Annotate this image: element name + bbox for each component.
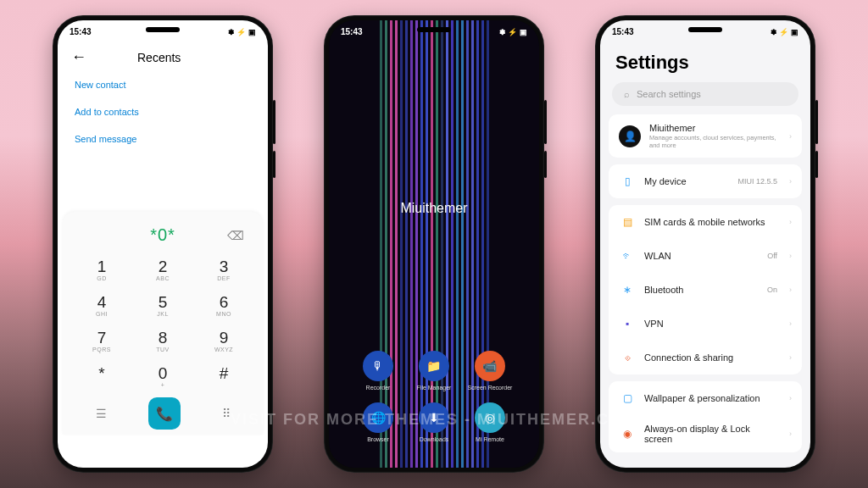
account-sub: Manage accounts, cloud services, payment… xyxy=(649,134,777,149)
app-recorder[interactable]: 🎙Recorder xyxy=(363,351,393,391)
chevron-icon: › xyxy=(789,353,792,362)
search-placeholder: Search settings xyxy=(637,89,701,99)
dialkey-6[interactable]: 6MNO xyxy=(197,289,251,321)
row-icon: ∗ xyxy=(619,281,636,298)
chevron-icon: › xyxy=(789,430,792,438)
settings-row-connection-sharing[interactable]: ⟐Connection & sharing› xyxy=(609,341,802,374)
dialkey-5[interactable]: 5JKL xyxy=(136,289,190,321)
account-row[interactable]: 👤 Miuithemer Manage accounts, cloud serv… xyxy=(609,114,802,158)
chevron-icon: › xyxy=(789,218,792,226)
screen-dialer: 15:43 ✽ ⚡ ▣ ← Recents New contact Add to… xyxy=(58,20,268,468)
status-icons: ✽ ⚡ ▣ xyxy=(771,28,798,36)
status-time: 15:43 xyxy=(70,27,92,36)
row-icon: ᯤ xyxy=(619,247,636,264)
my-device-row[interactable]: ▯ My device MIUI 12.5.5 › xyxy=(609,164,802,198)
row-label: VPN xyxy=(644,319,777,329)
dialkey-2[interactable]: 2ABC xyxy=(136,253,190,286)
app-label: Browser xyxy=(367,436,389,442)
notch xyxy=(417,27,451,32)
settings-row-vpn[interactable]: ▪VPN› xyxy=(609,307,802,341)
notch xyxy=(688,27,722,32)
app-icon: 📹 xyxy=(475,351,505,381)
network-card: ▤SIM cards & mobile networks›ᯤWLANOff›∗B… xyxy=(609,205,802,374)
account-main: Miuithemer Manage accounts, cloud servic… xyxy=(649,123,777,149)
chevron-icon: › xyxy=(789,394,792,402)
row-icon: ▪ xyxy=(619,315,636,332)
chevron-icon: › xyxy=(789,132,792,141)
dialkey-9[interactable]: 9WXYZ xyxy=(197,324,251,357)
dialpad-panel: *0* ⌫ 1GD2ABC3DEF4GHI5JKL6MNO7PQRS8TUV9W… xyxy=(63,212,263,435)
dialkey-4[interactable]: 4GHI xyxy=(75,289,129,321)
account-card: 👤 Miuithemer Manage accounts, cloud serv… xyxy=(609,114,802,158)
page-title: Recents xyxy=(137,51,181,64)
device-card: ▯ My device MIUI 12.5.5 › xyxy=(609,164,802,198)
search-input[interactable]: ⌕ Search settings xyxy=(612,82,798,106)
dialkey-3[interactable]: 3DEF xyxy=(197,253,251,286)
device-icon: ▯ xyxy=(619,173,636,190)
dialkey-*[interactable]: * xyxy=(75,360,129,392)
screen-home: 15:43 ✽ ⚡ ▣ Miuithemer 🎙Recorder📁File Ma… xyxy=(329,20,539,468)
settings-row-bluetooth[interactable]: ∗BluetoothOn› xyxy=(609,273,802,307)
action-links: New contact Add to contacts Send message xyxy=(58,71,268,152)
phone-settings: 15:43 ✽ ⚡ ▣ Settings ⌕ Search settings 👤… xyxy=(595,15,815,473)
avatar-icon: 👤 xyxy=(619,125,641,147)
app-icon: 🎙 xyxy=(363,351,393,381)
search-icon: ⌕ xyxy=(624,89,630,99)
chevron-icon: › xyxy=(789,319,792,328)
app-label: Screen Recorder xyxy=(468,385,513,391)
device-value: MIUI 12.5.5 xyxy=(737,177,777,186)
app-icon: 📁 xyxy=(419,351,449,381)
chevron-icon: › xyxy=(789,177,792,186)
row-icon: ▤ xyxy=(619,214,636,230)
dialkey-1[interactable]: 1GD xyxy=(75,253,129,286)
app-file-manager[interactable]: 📁File Manager xyxy=(417,351,452,391)
row-label: Connection & sharing xyxy=(644,352,777,363)
row-icon: ▢ xyxy=(619,390,636,407)
row-value: Off xyxy=(767,252,777,260)
row-value: On xyxy=(767,286,777,294)
chevron-icon: › xyxy=(789,286,792,294)
phone-dialer: 15:43 ✽ ⚡ ▣ ← Recents New contact Add to… xyxy=(53,15,273,473)
dialkey-#[interactable]: # xyxy=(197,360,251,392)
watermark: VISIT FOR MORE THEMES - MIUITHEMER.COM xyxy=(0,411,868,429)
row-label: SIM cards & mobile networks xyxy=(644,217,777,227)
back-icon[interactable]: ← xyxy=(71,48,86,66)
new-contact-link[interactable]: New contact xyxy=(75,71,251,98)
app-screen-recorder[interactable]: 📹Screen Recorder xyxy=(468,351,513,391)
add-to-contacts-link[interactable]: Add to contacts xyxy=(75,98,251,125)
row-label: Bluetooth xyxy=(644,285,759,295)
notch xyxy=(146,27,180,32)
phone-home: 15:43 ✽ ⚡ ▣ Miuithemer 🎙Recorder📁File Ma… xyxy=(324,15,544,473)
backspace-icon[interactable]: ⌫ xyxy=(227,229,244,242)
app-label: File Manager xyxy=(417,385,452,391)
brand-text: Miuithemer xyxy=(400,201,467,216)
device-label: My device xyxy=(644,176,729,186)
dial-display: *0* ⌫ xyxy=(75,220,251,253)
screen-settings: 15:43 ✽ ⚡ ▣ Settings ⌕ Search settings 👤… xyxy=(600,20,810,468)
dialkey-0[interactable]: 0+ xyxy=(136,360,190,392)
dialkey-8[interactable]: 8TUV xyxy=(136,324,190,357)
app-label: Recorder xyxy=(366,385,391,391)
row-icon: ⟐ xyxy=(619,349,636,366)
dialpad-grid: 1GD2ABC3DEF4GHI5JKL6MNO7PQRS8TUV9WXYZ*0+… xyxy=(75,253,251,392)
status-icons: ✽ ⚡ ▣ xyxy=(228,28,256,36)
app-label: Mi Remote xyxy=(476,436,504,442)
settings-row-wallpaper-personalization[interactable]: ▢Wallpaper & personalization› xyxy=(609,381,802,415)
chevron-icon: › xyxy=(789,252,792,260)
recents-header: ← Recents xyxy=(58,40,268,71)
dialkey-7[interactable]: 7PQRS xyxy=(75,324,129,357)
dialed-number: *0* xyxy=(150,225,175,245)
settings-row-sim-cards-mobile-networks[interactable]: ▤SIM cards & mobile networks› xyxy=(609,205,802,239)
row-label: Wallpaper & personalization xyxy=(644,393,777,403)
row-label: WLAN xyxy=(644,251,759,261)
send-message-link[interactable]: Send message xyxy=(75,125,251,152)
account-name: Miuithemer xyxy=(649,123,777,133)
settings-title: Settings xyxy=(600,40,810,82)
settings-row-wlan[interactable]: ᯤWLANOff› xyxy=(609,239,802,273)
status-time: 15:43 xyxy=(612,27,634,36)
app-label: Downloads xyxy=(420,436,449,442)
